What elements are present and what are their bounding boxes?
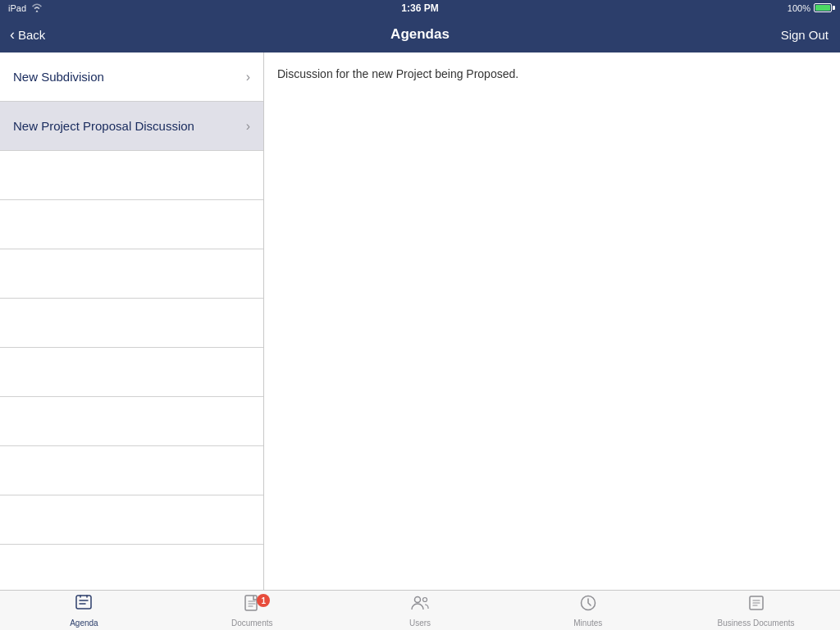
tab-agenda-label: Agenda: [70, 619, 98, 628]
sign-out-button[interactable]: Sign Out: [769, 28, 840, 42]
sidebar-empty-row-5: [0, 348, 263, 397]
sidebar: New Subdivision › New Project Proposal D…: [0, 52, 264, 590]
tab-bar: Agenda 1 Documents Users: [0, 590, 840, 630]
back-button[interactable]: ‹ Back: [0, 26, 55, 43]
status-time: 1:36 PM: [401, 2, 438, 14]
battery-icon-container: [814, 3, 832, 14]
sidebar-empty-row-4: [0, 299, 263, 348]
tab-documents[interactable]: 1 Documents: [168, 591, 336, 630]
chevron-right-icon: ›: [246, 119, 250, 134]
status-right: 100%: [788, 3, 832, 14]
tab-minutes[interactable]: Minutes: [504, 591, 672, 630]
tab-users-label: Users: [409, 619, 431, 628]
back-chevron-icon: ‹: [10, 26, 15, 43]
content-description: Discussion for the new Project being Pro…: [277, 66, 827, 83]
chevron-right-icon: ›: [246, 70, 250, 84]
status-bar: iPad 1:36 PM 100%: [0, 0, 840, 16]
carrier-label: iPad: [8, 3, 26, 13]
sidebar-empty-row-1: [0, 151, 263, 200]
svg-point-2: [414, 596, 420, 602]
sidebar-item-new-project-proposal[interactable]: New Project Proposal Discussion ›: [0, 102, 263, 151]
sidebar-empty-row-7: [0, 446, 263, 495]
sidebar-empty-row-2: [0, 200, 263, 249]
minutes-icon: [579, 594, 597, 617]
sidebar-empty-row-3: [0, 249, 263, 299]
nav-bar: ‹ Back Agendas Sign Out: [0, 16, 840, 52]
tab-business-documents[interactable]: Business Documents: [672, 591, 840, 630]
nav-title: Agendas: [390, 26, 450, 43]
agenda-icon: [74, 594, 94, 617]
sidebar-empty-row-8: [0, 495, 263, 545]
status-left: iPad: [8, 3, 43, 14]
main-layout: New Subdivision › New Project Proposal D…: [0, 52, 840, 590]
sidebar-empty-row-6: [0, 397, 263, 446]
svg-rect-0: [76, 596, 91, 609]
content-area: Discussion for the new Project being Pro…: [264, 52, 840, 590]
sidebar-item-label: New Subdivision: [13, 70, 104, 84]
users-icon: [409, 594, 431, 617]
back-label: Back: [18, 28, 45, 42]
wifi-icon: [31, 3, 43, 14]
documents-badge: 1: [257, 594, 270, 607]
tab-business-documents-label: Business Documents: [718, 619, 795, 628]
tab-minutes-label: Minutes: [573, 619, 602, 628]
tab-documents-label: Documents: [231, 619, 273, 628]
tab-users[interactable]: Users: [336, 591, 504, 630]
svg-point-3: [422, 597, 427, 601]
battery-percent: 100%: [788, 3, 810, 13]
sidebar-item-label: New Project Proposal Discussion: [13, 119, 194, 133]
svg-rect-1: [245, 596, 257, 610]
tab-agenda[interactable]: Agenda: [0, 591, 168, 630]
business-documents-icon: [747, 594, 765, 617]
sidebar-item-new-subdivision[interactable]: New Subdivision ›: [0, 52, 263, 102]
